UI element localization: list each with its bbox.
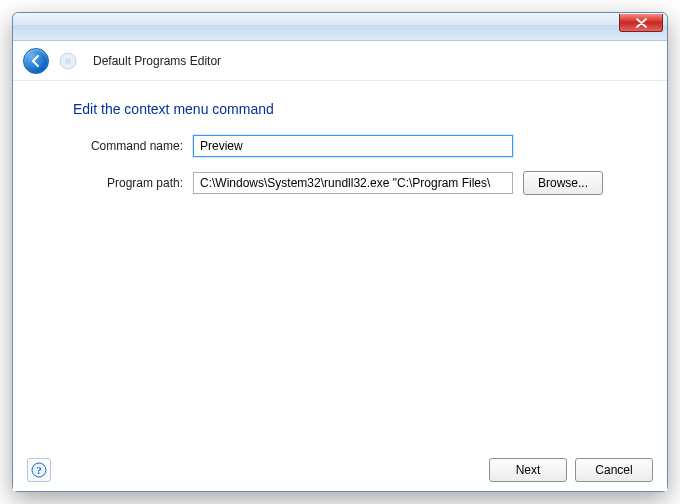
svg-point-1 <box>65 58 71 64</box>
dialog-window: Default Programs Editor Edit the context… <box>12 12 668 492</box>
content-area: Edit the context menu command Command na… <box>13 81 667 449</box>
app-icon <box>57 50 79 72</box>
command-name-label: Command name: <box>73 139 193 153</box>
svg-text:?: ? <box>36 464 42 476</box>
footer: ? Next Cancel <box>13 449 667 491</box>
cancel-button[interactable]: Cancel <box>575 458 653 482</box>
program-path-input[interactable] <box>193 172 513 194</box>
help-button[interactable]: ? <box>27 458 51 482</box>
close-icon <box>636 18 647 28</box>
titlebar <box>13 13 667 41</box>
command-name-input[interactable] <box>193 135 513 157</box>
page-heading: Edit the context menu command <box>73 101 637 117</box>
browse-button[interactable]: Browse... <box>523 171 603 195</box>
help-icon: ? <box>31 462 47 478</box>
program-path-label: Program path: <box>73 176 193 190</box>
command-name-row: Command name: <box>73 135 637 157</box>
program-path-row: Program path: Browse... <box>73 171 637 195</box>
app-title: Default Programs Editor <box>93 54 221 68</box>
back-arrow-icon <box>29 54 43 68</box>
navigation-bar: Default Programs Editor <box>13 41 667 81</box>
close-button[interactable] <box>619 14 663 32</box>
next-button[interactable]: Next <box>489 458 567 482</box>
back-button[interactable] <box>23 48 49 74</box>
